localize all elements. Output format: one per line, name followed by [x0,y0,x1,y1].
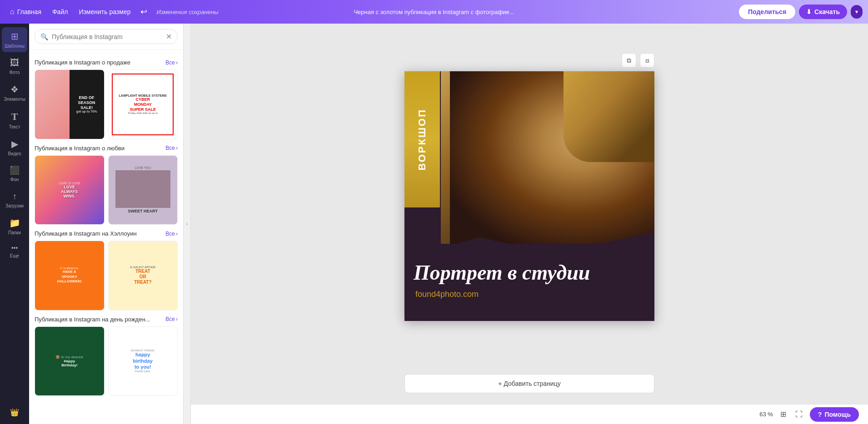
canvas-gold-banner[interactable]: ВОРКШОП [404,71,440,207]
birthday-template-grid: ♉ to my dearest HappyBirthday! DEAREST F… [35,326,178,396]
text-icon: T [11,111,18,123]
canvas-area: ⧉ ⧈ ВОРКШОП [191,24,868,424]
love-section-header: Публикация в Instagram о любви Все › [35,145,178,152]
sidebar-item-brand[interactable]: 👑 [2,404,27,420]
chevron-right-icon-halloween: › [176,231,178,237]
uploads-label: Загрузки [5,203,24,208]
search-icon: 🔍 [40,33,48,40]
template-card-sale2[interactable]: LAMPLIGHT MOBILE SYSTEMS CYBERMONDAYSUPE… [108,69,178,139]
sidebar-item-text[interactable]: T Текст [2,107,27,133]
birthday-section-title: Публикация в Instagram на день рожден... [35,316,150,323]
canvas-bottom-area: + Добавить страницу [191,369,868,404]
file-menu[interactable]: Файл [48,5,72,18]
video-label: Видео [8,151,21,156]
halloween1-content: IT IS MEDICAL HAVE ASPOOKYHALLOWEEN! [55,264,85,286]
text-label: Текст [9,124,20,129]
grid-view-button[interactable]: ⊞ [778,408,788,420]
design-canvas[interactable]: ВОРКШОП Портрет в студии found4photo.com [404,71,654,321]
sidebar-item-bg[interactable]: ⬛ Фон [2,162,27,186]
love-section-all[interactable]: Все › [165,145,178,151]
love2-top: LOVE YOU [135,166,151,169]
template-card-halloween1[interactable]: IT IS MEDICAL HAVE ASPOOKYHALLOWEEN! [35,241,105,311]
canvas-scroll[interactable]: ⧉ ⧈ ВОРКШОП [191,24,868,369]
folders-label: Папки [8,230,21,235]
sale-section-all[interactable]: Все › [165,59,178,66]
more-icon: ••• [11,244,18,251]
template-card-sale1[interactable]: END OFSEASONSALE! get up to 70% [35,69,105,139]
canvas-photo [441,71,654,244]
love2-bottom: SWEET HEART [128,209,158,213]
clear-search-button[interactable]: ✕ [166,32,172,41]
bday2-main: happybirthdayto you! [130,352,155,370]
undo-button[interactable]: ↩ [137,5,151,19]
birthday-section-all[interactable]: Все › [165,316,178,322]
home-label: Главная [17,8,41,15]
love-template-grid: LOVE IS LOVE LOVEALWAYSWINS. LOVE YOU SW… [35,155,178,225]
search-bar: 🔍 ✕ [29,24,183,50]
main-layout: ⊞ Шаблоны 🖼 Фото ❖ Элементы T Текст ▶ Ви… [0,24,868,424]
help-button[interactable]: ? Помощь [810,407,859,422]
home-icon: ⌂ [10,8,15,16]
elements-icon: ❖ [10,84,19,95]
folders-icon: 📁 [9,217,20,228]
chevron-right-icon-love: › [176,145,178,151]
canvas-subtitle[interactable]: found4photo.com [415,290,479,299]
sidebar-item-folders[interactable]: 📁 Папки [2,214,27,239]
birthday-section-header: Публикация в Instagram на день рожден...… [35,316,178,323]
sidebar-item-more[interactable]: ••• Еще [2,241,27,262]
canvas-tools: ⧉ ⧈ [622,53,654,68]
video-icon: ▶ [11,138,18,149]
halloween2-sub: A HAUNT AFFAIR [130,266,155,269]
panel-collapse-handle[interactable]: ‹ [184,24,191,424]
document-title: Черная с золотом публикация в Instagram … [354,9,514,15]
template-card-halloween2[interactable]: A HAUNT AFFAIR TREATORTREAT? [108,241,178,311]
sale2-text: CYBERMONDAYSUPER SALE [115,97,170,112]
sidebar-item-photos[interactable]: 🖼 Фото [2,54,27,79]
add-page-button[interactable]: + Добавить страницу [404,374,654,393]
sale-section-header: Публикация в Instagram о продаже Все › [35,59,178,66]
halloween1-main: HAVE ASPOOKYHALLOWEEN! [57,270,82,284]
love2-photo [115,170,170,208]
resize-button[interactable]: Изменить размер [74,5,135,18]
brand-icon: 👑 [10,408,19,417]
uploads-icon: ↑ [12,191,17,202]
saved-indicator: Изменения сохранены [156,9,218,15]
home-button[interactable]: ⌂ Главная [5,5,46,19]
sale2-inner: LAMPLIGHT MOBILE SYSTEMS CYBERMONDAYSUPE… [112,74,174,135]
love-section-title: Публикация в Instagram о любви [35,145,125,152]
sale-template-grid: END OFSEASONSALE! get up to 70% LAMPLIGH… [35,69,178,139]
sidebar-item-elements[interactable]: ❖ Элементы [2,80,27,105]
halloween-section-all[interactable]: Все › [165,231,178,237]
share-button[interactable]: Поделиться [739,5,795,19]
template-card-bday2[interactable]: DEAREST FRIEND, happybirthdayto you! FRO… [108,326,178,396]
template-card-love2[interactable]: LOVE YOU SWEET HEART [108,155,178,225]
sale2-brand: LAMPLIGHT MOBILE SYSTEMS [115,94,170,97]
sidebar-item-video[interactable]: ▶ Видео [2,135,27,160]
frame-tool-button[interactable]: ⧉ [622,53,636,68]
copy-tool-button[interactable]: ⧈ [640,53,654,68]
love1-content: LOVE IS LOVE LOVEALWAYSWINS. [55,178,84,202]
download-icon: ⬇ [806,8,812,15]
canvas-banner-text: ВОРКШОП [416,108,428,171]
templates-label: Шаблоны [5,44,25,49]
icon-bar: ⊞ Шаблоны 🖼 Фото ❖ Элементы T Текст ▶ Ви… [0,24,29,424]
sale2-sub: Friday, blah blah at up to [115,112,170,114]
bg-icon: ⬛ [10,165,20,175]
bottom-bar: 63 % ⊞ ⛶ ? Помощь [191,404,868,424]
photos-label: Фото [10,70,20,75]
canvas-title[interactable]: Портрет в студии [414,261,590,285]
sidebar-item-uploads[interactable]: ↑ Загрузки [2,187,27,212]
download-more-button[interactable]: ▾ [851,5,863,19]
search-input[interactable] [52,33,162,40]
fullscreen-button[interactable]: ⛶ [793,409,804,420]
download-button[interactable]: ⬇ Скачать [799,5,847,19]
chevron-right-icon-bday: › [176,316,178,322]
templates-panel: 🔍 ✕ Публикация в Instagram о продаже Все… [29,24,184,424]
sidebar-item-templates[interactable]: ⊞ Шаблоны [2,27,27,52]
sale1-photo [35,70,70,139]
sale1-label: END OFSEASONSALE! [73,95,100,110]
love1-main: LOVEALWAYSWINS. [59,185,80,198]
template-card-bday1[interactable]: ♉ to my dearest HappyBirthday! [35,326,105,396]
sale1-sub: get up to 70% [73,110,100,113]
template-card-love1[interactable]: LOVE IS LOVE LOVEALWAYSWINS. [35,155,105,225]
